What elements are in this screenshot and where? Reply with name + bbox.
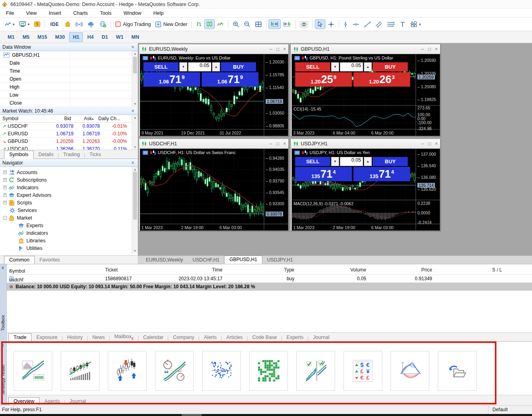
close-icon[interactable]: x [2,343,4,347]
buy-price[interactable]: 1.06719 [202,72,258,87]
sell-button[interactable]: SELL [295,62,330,71]
column-symbol[interactable]: Symbol [0,116,45,121]
shapes-icon[interactable]: ▾ [408,20,423,29]
data-window-header[interactable]: Data Window × [0,43,138,51]
new-order-button[interactable]: New Order [153,20,189,29]
column-daily-change[interactable]: Daily Ch... [98,116,125,121]
line-chart-mode-icon[interactable] [215,20,226,29]
volume-increase-button[interactable]: ▲ [364,157,372,166]
tab-trading[interactable]: Trading| [58,151,85,158]
minimize-button[interactable]: – [270,46,272,52]
tester-tile-distribution-graph[interactable] [391,351,429,391]
channel-icon[interactable] [373,20,384,29]
navigator-item-expert-advisors[interactable]: +Expert Advisors [0,191,138,199]
maximize-button[interactable]: □ [428,141,431,147]
toolbox-tab-history[interactable]: History| [62,334,87,341]
tab-details[interactable]: Details [34,151,58,158]
timeframe-m15[interactable]: M15 [34,32,51,42]
volume-increase-button[interactable]: ▲ [212,62,220,71]
chart-window-icon[interactable]: ▾ [3,20,16,29]
menu-item-window[interactable]: Window [117,10,147,17]
screenshot-icon[interactable] [298,20,310,29]
collapse-icon[interactable]: - [3,216,7,220]
menu-item-insert[interactable]: Insert [43,10,67,17]
navigator-scrollbar[interactable]: ▲▼ [132,167,138,254]
timeframe-m5[interactable]: M5 [19,32,33,42]
trendline-icon[interactable] [362,20,373,29]
market-watch-row-usdcad[interactable]: ↗USDCAD1.362661.362700.11% [0,145,138,150]
volume-increase-button[interactable]: ▲ [364,62,372,71]
market-icon[interactable] [63,20,73,29]
close-button[interactable]: × [435,141,438,147]
zoom-out-icon[interactable] [242,20,252,29]
volume-decrease-button[interactable]: ▼ [179,62,187,71]
vertical-line-icon[interactable] [341,20,349,29]
navigator-item-accounts[interactable]: +Accounts [0,168,138,176]
status-profile[interactable]: Default [488,406,532,414]
toolbox-tab-calendar[interactable]: Calendar| [138,334,168,341]
bar-chart-mode-icon[interactable] [194,20,204,29]
expand-icon[interactable]: + [3,186,7,189]
depth-of-market-icon[interactable] [294,56,300,60]
close-icon[interactable]: × [130,160,135,166]
sell-button[interactable]: SELL [295,157,330,166]
chart-window-titlebar[interactable]: GBPUSD,H1–□× [291,44,440,53]
tester-tile-optimization-matrix[interactable] [249,351,288,391]
volume-decrease-button[interactable]: ▼ [331,157,339,166]
toolbox-tab-trade[interactable]: Trade [8,333,32,342]
navigator-item-market[interactable]: -Market [0,214,138,222]
column-sl[interactable]: S / L [454,267,502,273]
navigator-item-utilities[interactable]: Utilities [0,244,138,252]
market-watch-row-gbpusd[interactable]: ↘GBPUSD1.202591.20263-0.00% [0,138,138,145]
chart-body[interactable]: ‒ 1.20030‒ 1.15785‒ 1.11540‒ 1.03050‒ 0.… [140,54,288,136]
sell-price[interactable]: 1.20259 [295,72,352,87]
toolbox-tab-journal[interactable]: Journal| [308,334,334,341]
maximize-button[interactable]: □ [428,46,431,52]
buy-button[interactable]: BUY [373,62,408,71]
chart-profile-icon[interactable]: ▾ [17,20,32,29]
cursor-icon[interactable] [315,20,325,29]
crosshair-icon[interactable] [326,20,336,29]
tester-tile-multicurrency-testing[interactable]: $€£¥€£ [343,351,382,391]
signals-icon[interactable] [73,20,85,29]
column-ask[interactable]: Ask [71,116,92,121]
column-type[interactable]: Type [246,267,294,273]
menu-item-view[interactable]: View [20,10,43,17]
chart-tab-gbpusd-h1[interactable]: GBPUSD,H1 [224,256,262,264]
menu-item-help[interactable]: Help [147,10,170,17]
tester-tile-optimization-speed[interactable] [155,351,194,391]
fibonacci-icon[interactable] [385,20,397,29]
navigator-item-subscriptions[interactable]: +Subscriptions [0,176,138,184]
toolbox-tab-articles[interactable]: Articles| [221,334,247,341]
timeframe-h1[interactable]: H1 [69,32,83,42]
toolbox-tab-company[interactable]: Company| [168,334,199,341]
maximize-button[interactable]: □ [276,141,279,147]
chart-window-titlebar[interactable]: USDJPY,H1–□× [291,139,440,148]
tester-tile-optimization-scatter[interactable] [202,351,241,391]
one-click-icon[interactable] [150,151,156,155]
chart-body[interactable]: MACD(12,26,9) -0.0371 -0.0062‒ 137.000‒ … [292,149,440,231]
toolbox-tab-code-base[interactable]: Code Base| [247,334,282,341]
timeframe-m30[interactable]: M30 [52,32,68,42]
volume-input[interactable]: 0.05 [340,62,363,71]
expand-icon[interactable]: + [3,193,7,197]
tile-windows-icon[interactable] [253,20,264,29]
tester-tab-overview[interactable]: Overview [8,397,40,406]
horizontal-line-icon[interactable] [350,20,361,28]
tester-tile-open-results[interactable] [438,351,476,391]
auto-scroll-icon[interactable] [281,20,293,29]
close-icon[interactable]: × [130,44,135,50]
tab-favorites[interactable]: Favorites [35,256,65,264]
chart-body[interactable]: CCI(14) -15.45‒ 1.20590‒ 1.20335‒ 1.2008… [292,54,440,136]
market-watch-row-usdchf[interactable]: ↗USDCHF0.930780.93078-0.01% [0,123,138,130]
trade-table-header[interactable]: Symbol ▴ Ticket Time Type Volume Price S… [7,266,532,275]
expand-icon[interactable]: + [3,178,7,182]
toolbox-tab-alerts[interactable]: Alerts| [199,334,222,341]
deposit-icon[interactable]: $ [32,20,42,29]
expand-icon[interactable]: + [3,201,7,204]
expand-icon[interactable]: ⊕ [9,284,13,289]
chart-tab-usdjpy-h1[interactable]: USDJPY,H1 [262,256,298,264]
navigator-item-libraries[interactable]: Libraries [0,237,138,244]
tab-common[interactable]: Common [4,256,35,264]
tab-ticks[interactable]: Ticks| [85,151,106,158]
